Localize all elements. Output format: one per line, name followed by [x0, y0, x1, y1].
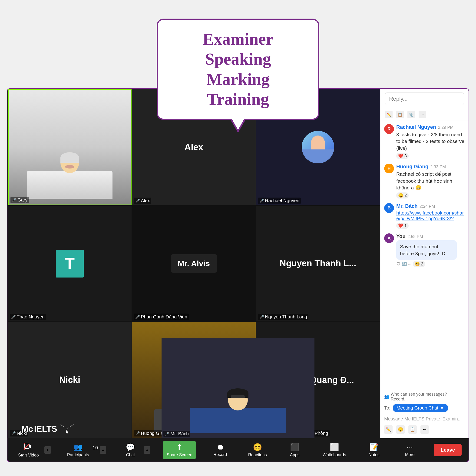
- apps-button[interactable]: ⬛ Apps: [283, 441, 306, 459]
- toolbar-record: ⏺ Record: [209, 441, 232, 459]
- rachael-author: Rachael Nguyen: [396, 124, 436, 130]
- chat-sidebar: ✏️ 📋 📎 ⋯ R Rachael Nguyen 2:29 PM 8 test…: [380, 89, 469, 438]
- bach-reactions: ❤️ 1: [396, 223, 465, 229]
- participant-nguyen: Nguyen Thanh L... 🎤 Nguyen Thanh Long: [256, 206, 380, 322]
- reactions-label: Reactions: [248, 453, 267, 458]
- chat-caret[interactable]: ▲: [144, 446, 150, 454]
- toolbar-participants: 👥 Participants 10 ▲: [64, 441, 106, 459]
- huong-reactions: 😄 2: [396, 192, 465, 199]
- participant-thao: T 🎤 Thao Nguyen: [8, 206, 132, 322]
- nicki-display-name: Nicki: [59, 375, 80, 385]
- mc-text: Mc: [21, 424, 33, 434]
- who-can-see: 👥 Who can see your messages? Record...: [384, 392, 465, 402]
- reactions-button[interactable]: 😊 Reactions: [244, 441, 271, 459]
- to-row: To: Meeting Group Chat ▼: [384, 404, 465, 412]
- participants-button[interactable]: 👥 Participants: [64, 441, 93, 459]
- huong-laugh-reaction[interactable]: 😄 2: [396, 192, 408, 199]
- reply-input[interactable]: [385, 92, 464, 105]
- chat-icon: 💬: [126, 443, 135, 452]
- more-button[interactable]: ··· More: [398, 441, 421, 459]
- you-time: 2:58 PM: [408, 234, 423, 239]
- bach-link[interactable]: https://www.facebook.com/share/p/DvMJPFJ…: [396, 210, 465, 221]
- copy-icon[interactable]: 📋: [396, 111, 404, 118]
- nguyen-display-name: Nguyen Thanh L...: [280, 258, 356, 269]
- share-screen-button[interactable]: ⬆ Share Screen: [163, 441, 196, 459]
- leave-button[interactable]: Leave: [434, 444, 461, 456]
- whiteboards-button[interactable]: ⬜ Whiteboards: [319, 441, 350, 459]
- record-icon: ⏺: [217, 443, 224, 451]
- bach-time: 2:34 PM: [420, 204, 435, 209]
- chat-label: Chat: [126, 453, 135, 458]
- huong-avatar: H: [384, 164, 394, 173]
- huong-text: Rachael có script để post facebook thu h…: [396, 170, 465, 191]
- notes-button[interactable]: 📝 Notes: [362, 441, 386, 459]
- chat-footer: 👥 Who can see your messages? Record... T…: [380, 389, 469, 438]
- message-huong: H Huong Giang 2:33 PM Rachael có script …: [384, 164, 465, 199]
- thao-name: 🎤 Thao Nguyen: [10, 314, 46, 320]
- message-input[interactable]: Message Mc IELTS Private 'Examin...: [384, 414, 465, 424]
- rachael-name: 🎤 Rachael Nguyen: [258, 198, 301, 204]
- meeting-container: 🎤 Gary Alex 🎤 Alex: [7, 88, 469, 462]
- share-icon: ⬆: [176, 443, 183, 452]
- bach-heart-reaction[interactable]: ❤️ 1: [396, 223, 408, 229]
- participants-label: Participants: [67, 453, 89, 458]
- participant-bach-bottom: 🎤 Mr. Bách: [162, 338, 314, 438]
- bottom-toolbar: Start Video ▲ 👥 Participants 10 ▲ 💬 Chat…: [7, 438, 469, 462]
- ielts-text: IELTS: [34, 424, 57, 434]
- rachael-heart-reaction[interactable]: ❤️ 3: [396, 153, 408, 159]
- whiteboards-label: Whiteboards: [323, 453, 346, 458]
- format-text-icon[interactable]: ✏️: [385, 111, 392, 118]
- huong-time: 2:33 PM: [430, 165, 446, 170]
- thao-initial-icon: T: [56, 250, 84, 277]
- you-text: Save the moment before 3pm, guys! :D: [396, 240, 457, 260]
- to-dropdown[interactable]: Meeting Group Chat ▼: [393, 404, 448, 412]
- reactions-icon: 😊: [253, 443, 262, 452]
- rachael-time: 2:29 PM: [438, 125, 453, 130]
- you-reactions: 🗨 🔄 ··· 😄 2: [396, 261, 457, 267]
- bach-avatar: B: [384, 203, 394, 213]
- notes-icon: 📝: [369, 443, 379, 452]
- rachael-reactions: ❤️ 3: [396, 153, 465, 159]
- gif-icon[interactable]: 😊: [396, 425, 405, 434]
- message-bach: B Mr. Bách 2:34 PM https://www.facebook.…: [384, 203, 465, 229]
- title-bubble: Examiner Speaking Marking Training: [157, 18, 319, 120]
- alex-display-name: Alex: [185, 142, 203, 152]
- gary-name: 🎤 Gary: [10, 197, 29, 203]
- rachael-avatar: R: [384, 124, 394, 134]
- emoji-icon[interactable]: ✏️: [384, 425, 392, 434]
- chat-messages: R Rachael Nguyen 2:29 PM 8 tests to give…: [380, 120, 469, 389]
- notes-label: Notes: [369, 453, 380, 458]
- huong-author: Huong Giang: [396, 164, 428, 170]
- participant-alvis: Mr. Alvis 🎤 Phan Cảnh Đăng Viên: [132, 206, 256, 322]
- participants-icon: 👥: [73, 443, 83, 452]
- participants-caret[interactable]: ▲: [100, 446, 106, 454]
- you-avatar: A: [384, 233, 394, 243]
- mc-ielts-logo: Mc IELTS: [21, 423, 74, 435]
- record-button[interactable]: ⏺ Record: [209, 441, 232, 459]
- whiteboards-icon: ⬜: [330, 443, 339, 452]
- svg-rect-1: [25, 444, 29, 449]
- apps-label: Apps: [290, 453, 299, 458]
- video-caret[interactable]: ▲: [44, 446, 51, 454]
- bach-name-label: 🎤 Mr. Bách: [163, 431, 190, 437]
- you-author: You: [396, 233, 406, 239]
- more-chat-icon[interactable]: ↩: [421, 425, 429, 434]
- chat-reply-header: [380, 89, 469, 109]
- record-label: Record: [214, 452, 227, 457]
- file-icon[interactable]: 📋: [408, 425, 417, 434]
- chat-action-bar: ✏️ 😊 📋 ↩: [384, 424, 465, 436]
- bach-author: Mr. Bách: [396, 203, 418, 209]
- chat-button[interactable]: 💬 Chat: [119, 441, 142, 459]
- start-video-label: Start Video: [18, 453, 39, 458]
- rachael-text: 8 tests to give - 2/8 them need to be fi…: [396, 131, 465, 152]
- participant-nicki: Nicki 🎤 Nicki: [8, 322, 132, 438]
- toolbar-chat: 💬 Chat ▲: [119, 441, 150, 459]
- chat-toolbar: ✏️ 📋 📎 ⋯: [380, 109, 469, 120]
- more-options-icon[interactable]: ⋯: [419, 111, 426, 118]
- toolbar-reactions: 😊 Reactions: [244, 441, 271, 459]
- start-video-button[interactable]: Start Video: [14, 441, 43, 459]
- you-laugh-reaction[interactable]: 😄 2: [413, 261, 425, 267]
- toolbar-more: ··· More: [398, 441, 421, 459]
- alex-name: 🎤 Alex: [134, 198, 151, 204]
- add-icon[interactable]: 📎: [408, 111, 415, 118]
